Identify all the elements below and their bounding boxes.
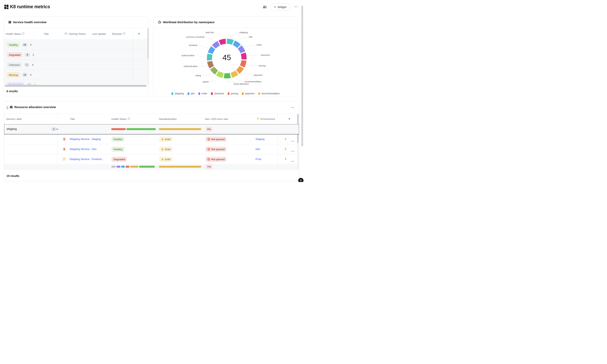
donut-legend: shippingadsordercheckoutpricingpaymentre… — [154, 92, 297, 95]
package-icon — [63, 157, 66, 161]
page-scrollbar[interactable] — [301, 6, 303, 146]
donut-segment-recommendation[interactable] — [231, 73, 237, 75]
x-circle-icon — [207, 148, 210, 151]
donut-segment-shipping[interactable] — [227, 41, 233, 42]
card-more-menu-icon[interactable] — [291, 107, 294, 108]
legend-label: shipping — [175, 92, 184, 95]
row-more-menu-icon[interactable] — [291, 141, 294, 142]
share-users-icon[interactable] — [262, 5, 267, 9]
status-bar-segment — [111, 166, 116, 168]
legend-label: payment — [245, 92, 254, 95]
group-label: shipping — [6, 127, 17, 130]
service-row[interactable]: Shipping Service - DevHealthyGoldNot pas… — [4, 144, 299, 154]
legend-item-pricing[interactable]: pricing — [228, 92, 238, 95]
table-widget-icon — [10, 106, 13, 108]
donut-leader-line — [215, 32, 222, 39]
service-health-title: Service health overview — [13, 20, 46, 24]
error-rate-badge: Not passed — [206, 147, 227, 152]
add-column-button[interactable]: + — [286, 114, 292, 124]
health-status-group-row[interactable]: Degraded6 — [4, 50, 149, 60]
group-row-shipping[interactable]: shipping30% — [4, 124, 299, 134]
donut-segment-admin[interactable] — [218, 73, 223, 76]
legend-item-checkout[interactable]: checkout — [211, 92, 224, 95]
error-rate-aggregate-badge: 7% — [206, 164, 213, 169]
donut-segment-authentication[interactable] — [210, 61, 212, 67]
service-title-link[interactable]: Shipping Service - Staging — [69, 138, 101, 141]
donut-segment-ads[interactable] — [234, 43, 239, 46]
health-status-group-row[interactable]: Healthy24 — [4, 40, 149, 50]
donut-segment-pricing[interactable] — [242, 60, 244, 66]
donut-leader-line — [199, 45, 209, 49]
info-icon[interactable] — [123, 32, 125, 35]
donut-chart-icon — [158, 21, 161, 24]
status-bar-segment — [130, 166, 138, 168]
expand-group-button[interactable] — [30, 74, 32, 76]
service-title-link[interactable]: Shipping Service - Dev — [69, 148, 97, 151]
table-vscroll-thumb[interactable] — [148, 28, 149, 59]
donut-segment-fraud-detection[interactable] — [224, 76, 230, 76]
legend-item-order[interactable]: order — [198, 92, 207, 95]
add-column-button[interactable]: + — [136, 28, 142, 40]
service-title-link[interactable]: Shipping Service - Producti... — [69, 158, 104, 161]
chevron-right-icon — [30, 74, 32, 76]
expand-group-button[interactable] — [32, 54, 34, 56]
collapse-group-button[interactable] — [56, 128, 58, 130]
donut-segment-rating[interactable] — [212, 68, 217, 73]
donut-leader-line — [210, 78, 219, 82]
squid-icon — [63, 147, 66, 151]
donut-label-checkout: checkout — [261, 54, 270, 56]
status-bar-segment — [126, 128, 156, 130]
service-health-rows: Healthy24Degraded6Unknown1Missing10Suspe… — [4, 40, 149, 85]
health-status-group-row[interactable]: Suspended1 — [4, 80, 149, 85]
donut-segment-order[interactable] — [240, 47, 243, 52]
legend-item-ads[interactable]: ads — [188, 92, 195, 95]
health-status-group-row[interactable]: Unknown1 — [4, 60, 149, 70]
donut-segment-currency-converter[interactable] — [214, 43, 219, 47]
legend-item-shipping[interactable]: shipping — [171, 92, 184, 95]
donut-segment-authorization[interactable] — [209, 54, 210, 60]
scorecard-action-button[interactable] — [284, 148, 287, 151]
health-status-group-row[interactable]: Missing10 — [4, 70, 149, 80]
expand-group-button[interactable] — [34, 84, 36, 85]
legend-label: recommendation — [261, 92, 280, 95]
count-badge: 1 — [24, 63, 29, 67]
group-row-next[interactable]: 7% — [4, 165, 299, 169]
legend-item-payment[interactable]: payment — [242, 92, 254, 95]
environment-link[interactable]: Dev — [255, 148, 260, 151]
legend-label: ads — [191, 92, 195, 95]
row-more-menu-icon[interactable] — [291, 151, 294, 152]
page-more-menu-icon[interactable] — [294, 6, 297, 7]
donut-label-currency-converter: currency-converter — [186, 36, 205, 38]
expand-group-button[interactable] — [30, 44, 32, 46]
donut-leader-line — [238, 37, 248, 42]
legend-item-recommendation[interactable]: recommendation — [258, 92, 280, 95]
chevron-right-icon — [30, 44, 32, 46]
col-title: Title — [44, 28, 49, 40]
service-row[interactable]: Shipping Service - StagingHealthyGoldNot… — [4, 134, 299, 144]
donut-segment-payment[interactable] — [238, 67, 242, 72]
info-icon[interactable] — [128, 117, 130, 120]
service-health-card: Service health overview Health Status Ti… — [4, 16, 149, 96]
environment-link[interactable]: Staging — [255, 138, 264, 141]
legend-label: order — [202, 92, 207, 95]
group-count-badge: 3 — [51, 127, 56, 131]
scorecard-action-button[interactable] — [284, 138, 287, 141]
donut-label-wish-list: wish-list — [206, 31, 214, 34]
add-widget-button[interactable]: + Widget — [270, 3, 290, 11]
donut-segment-checkout[interactable] — [243, 53, 244, 59]
drag-handle-icon[interactable] — [6, 106, 8, 110]
status-bar-segment — [111, 128, 126, 130]
add-widget-label: Widget — [278, 5, 287, 9]
app-logo-icon — [4, 5, 9, 10]
page-title: K8 runtime metrics — [10, 4, 50, 9]
environment-link[interactable]: Prod — [255, 158, 261, 161]
donut-segment-frontend[interactable] — [210, 48, 213, 53]
row-more-menu-icon[interactable] — [291, 161, 294, 162]
info-icon[interactable] — [22, 32, 25, 35]
donut-label-ads: ads — [249, 36, 252, 38]
service-row[interactable]: Shipping Service - Producti...DegradedGo… — [4, 154, 299, 164]
donut-segment-wish-list[interactable] — [220, 41, 226, 43]
table-hscroll-thumb[interactable] — [5, 85, 146, 87]
health-status-badge: Degraded — [111, 157, 127, 162]
scorecard-action-button[interactable] — [284, 158, 287, 161]
